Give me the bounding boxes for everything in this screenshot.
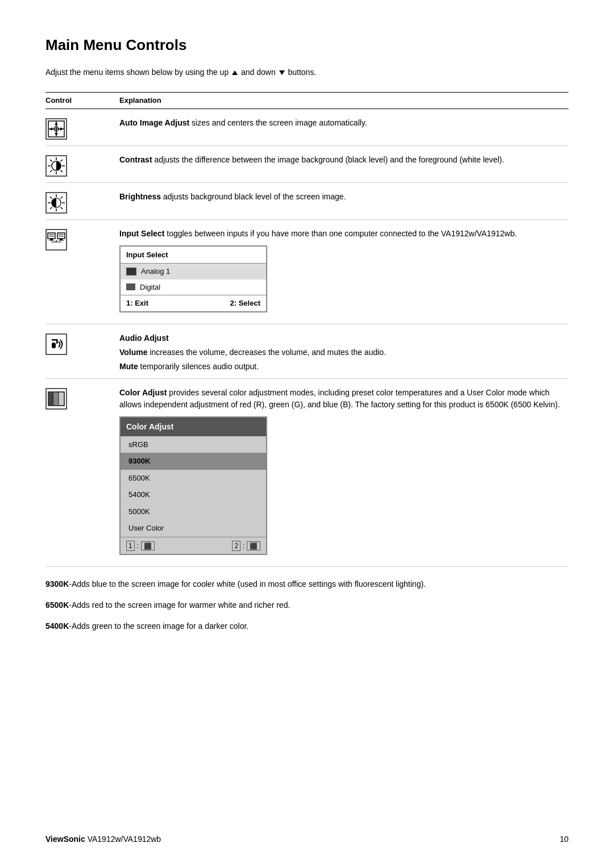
footer-page-number: 10	[559, 833, 569, 845]
svg-rect-41	[56, 339, 58, 344]
desc-6500k-text: -Adds red to the screen image for warmer…	[69, 600, 290, 610]
contrast-control	[45, 154, 119, 177]
mute-text: temporarily silences audio output.	[138, 362, 259, 371]
color-user-color-item: User Color	[121, 520, 266, 537]
audio-mute-line: Mute temporarily silences audio output.	[119, 361, 569, 373]
color-adjust-label: Color Adjust	[119, 388, 167, 397]
desc-9300k-text: -Adds blue to the screen image for coole…	[69, 579, 426, 589]
table-header: Control Explanation	[45, 92, 569, 109]
brightness-explanation: Brightness adjusts background black leve…	[119, 191, 569, 203]
svg-line-24	[50, 207, 52, 209]
digital-label: Digital	[140, 282, 160, 293]
table-row-contrast: Contrast adjusts the difference between …	[45, 146, 569, 183]
color-adjust-submenu: Color Adjust sRGB 9300K 6500K 5400K 5000…	[119, 416, 267, 556]
brightness-text: adjusts background black level of the sc…	[161, 192, 346, 201]
audio-adjust-explanation: Audio Adjust Volume increases the volume…	[119, 332, 569, 373]
input-select-exit: 1: Exit	[126, 298, 148, 309]
color-5400k-item: 5400K	[121, 486, 266, 503]
arrow-up-icon	[232, 70, 238, 75]
desc-5400k-text: -Adds green to the screen image for a da…	[69, 621, 248, 631]
color-adjust-icon	[45, 388, 67, 410]
desc-9300k-label: 9300K	[45, 579, 69, 589]
page-content: Main Menu Controls Adjust the menu items…	[0, 0, 614, 675]
color-adjust-description: Color Adjust provides several color adju…	[119, 387, 569, 411]
intro-text-before: Adjust the menu items shown below by usi…	[45, 68, 229, 77]
intro-paragraph: Adjust the menu items shown below by usi…	[45, 66, 569, 78]
audio-volume-line: Volume increases the volume, decreases t…	[119, 347, 569, 358]
svg-rect-27	[48, 233, 55, 239]
volume-text: increases the volume, decreases the volu…	[148, 348, 386, 357]
svg-marker-4	[55, 133, 58, 136]
description-6500k: 6500K-Adds red to the screen image for w…	[45, 599, 569, 611]
input-select-select: 2: Select	[230, 298, 260, 309]
auto-image-adjust-control	[45, 117, 119, 140]
contrast-label: Contrast	[119, 155, 152, 164]
input-select-explanation: Input Select toggles between inputs if y…	[119, 228, 569, 318]
color-adjust-explanation: Color Adjust provides several color adju…	[119, 387, 569, 561]
description-9300k: 9300K-Adds blue to the screen image for …	[45, 578, 569, 590]
brightness-control	[45, 191, 119, 214]
input-select-text: toggles between inputs if you have more …	[164, 229, 517, 238]
audio-adjust-control	[45, 332, 119, 355]
intro-text-mid: and down	[241, 68, 276, 77]
svg-line-13	[61, 170, 63, 172]
input-select-submenu-title: Input Select	[121, 247, 266, 264]
analog-monitor-icon	[126, 268, 136, 276]
svg-rect-44	[59, 393, 64, 405]
desc-6500k-label: 6500K	[45, 600, 69, 610]
svg-marker-3	[55, 122, 58, 125]
svg-line-14	[61, 160, 63, 162]
input-select-analog-item: Analog 1	[121, 264, 266, 279]
table-row-brightness: Brightness adjusts background black leve…	[45, 183, 569, 220]
descriptions-section: 9300K-Adds blue to the screen image for …	[45, 578, 569, 632]
page-title: Main Menu Controls	[45, 34, 569, 56]
auto-image-adjust-icon	[45, 118, 67, 140]
audio-adjust-icon	[45, 333, 67, 355]
svg-line-12	[50, 160, 52, 162]
input-select-submenu: Input Select Analog 1 Digital 1: Exit 2:…	[119, 245, 267, 312]
auto-image-adjust-explanation: Auto Image Adjust sizes and centers the …	[119, 117, 569, 129]
color-adjust-text: provides several color adjustment modes,…	[119, 388, 560, 409]
input-select-label: Input Select	[119, 229, 164, 238]
input-select-icon	[45, 229, 67, 251]
contrast-icon	[45, 155, 67, 177]
color-adjust-control	[45, 387, 119, 410]
color-9300k-item: 9300K	[121, 453, 266, 470]
footer-brand-model: ViewSonic VA1912w/VA1912wb	[45, 833, 161, 845]
svg-rect-43	[54, 393, 59, 405]
svg-marker-6	[60, 127, 63, 131]
brightness-label: Brightness	[119, 192, 161, 201]
color-srgb-item: sRGB	[121, 436, 266, 453]
auto-image-adjust-text: sizes and centers the screen image autom…	[189, 118, 367, 127]
svg-line-21	[50, 197, 52, 199]
contrast-explanation: Contrast adjusts the difference between …	[119, 154, 569, 166]
color-adjust-submenu-title: Color Adjust	[121, 418, 266, 436]
color-footer-fwd-icon: ⬛	[247, 541, 260, 550]
description-5400k: 5400K-Adds green to the screen image for…	[45, 620, 569, 632]
col-explanation-header: Explanation	[119, 95, 161, 106]
col-control-header: Control	[45, 95, 119, 106]
svg-line-22	[61, 207, 63, 209]
color-footer-2-icon: 2	[232, 541, 240, 551]
color-submenu-footer: 1 : ⬛ 2 : ⬛	[121, 537, 266, 554]
digital-monitor-icon	[126, 283, 135, 290]
intro-text-end: buttons.	[288, 68, 316, 77]
svg-rect-29	[57, 233, 65, 239]
svg-marker-5	[49, 127, 52, 131]
footer-brand: ViewSonic	[45, 834, 85, 844]
brightness-icon	[45, 192, 67, 214]
volume-label: Volume	[119, 348, 148, 357]
contrast-text: adjusts the difference between the image…	[152, 155, 504, 164]
table-row-input-select: Input Select toggles between inputs if y…	[45, 220, 569, 324]
svg-line-15	[50, 170, 52, 172]
input-select-submenu-footer: 1: Exit 2: Select	[121, 295, 266, 311]
svg-rect-39	[52, 343, 56, 348]
table-row-color-adjust: Color Adjust provides several color adju…	[45, 379, 569, 567]
input-select-control	[45, 228, 119, 251]
input-select-digital-item: Digital	[121, 279, 266, 295]
desc-5400k-label: 5400K	[45, 621, 69, 631]
color-footer-left: 1 : ⬛	[126, 540, 155, 552]
color-5000k-item: 5000K	[121, 503, 266, 520]
table-row-auto-image-adjust: Auto Image Adjust sizes and centers the …	[45, 109, 569, 146]
footer-model: VA1912w/VA1912wb	[88, 834, 161, 844]
